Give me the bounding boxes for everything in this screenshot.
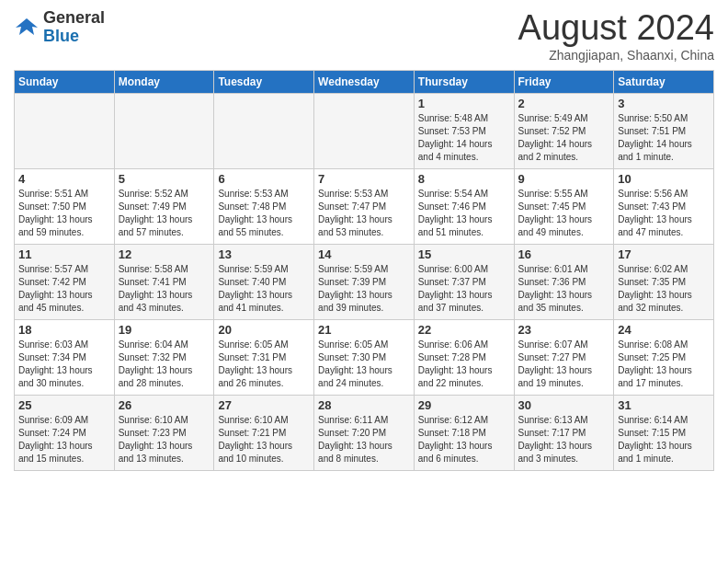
calendar-cell: 6Sunrise: 5:53 AM Sunset: 7:48 PM Daylig… [214,168,314,244]
day-number: 11 [18,247,110,261]
calendar-cell: 29Sunrise: 6:12 AM Sunset: 7:18 PM Dayli… [414,395,514,470]
calendar-cell: 26Sunrise: 6:10 AM Sunset: 7:23 PM Dayli… [114,395,214,470]
calendar-cell: 8Sunrise: 5:54 AM Sunset: 7:46 PM Daylig… [414,168,514,244]
calendar-cell: 5Sunrise: 5:52 AM Sunset: 7:49 PM Daylig… [114,168,214,244]
day-info: Sunrise: 5:59 AM Sunset: 7:40 PM Dayligh… [218,263,310,315]
weekday-header-thursday: Thursday [414,70,514,93]
calendar-week-row: 25Sunrise: 6:09 AM Sunset: 7:24 PM Dayli… [15,395,714,470]
calendar-week-row: 18Sunrise: 6:03 AM Sunset: 7:34 PM Dayli… [15,319,714,395]
day-number: 1 [418,97,510,110]
day-number: 28 [318,398,410,412]
day-number: 31 [618,398,710,412]
calendar-cell: 25Sunrise: 6:09 AM Sunset: 7:24 PM Dayli… [15,395,115,470]
calendar-header-row: SundayMondayTuesdayWednesdayThursdayFrid… [15,70,714,93]
calendar-cell: 1Sunrise: 5:48 AM Sunset: 7:53 PM Daylig… [414,93,514,168]
calendar-cell: 3Sunrise: 5:50 AM Sunset: 7:51 PM Daylig… [614,93,714,168]
day-number: 6 [218,172,310,186]
calendar-cell [214,93,314,168]
day-info: Sunrise: 6:02 AM Sunset: 7:35 PM Dayligh… [618,263,710,315]
day-info: Sunrise: 5:48 AM Sunset: 7:53 PM Dayligh… [418,112,510,164]
day-info: Sunrise: 5:49 AM Sunset: 7:52 PM Dayligh… [518,112,610,164]
day-number: 7 [318,172,410,186]
calendar-cell: 19Sunrise: 6:04 AM Sunset: 7:32 PM Dayli… [114,319,214,395]
day-info: Sunrise: 5:51 AM Sunset: 7:50 PM Dayligh… [18,188,110,239]
day-info: Sunrise: 5:56 AM Sunset: 7:43 PM Dayligh… [618,188,710,239]
day-number: 22 [418,323,510,337]
day-info: Sunrise: 5:53 AM Sunset: 7:48 PM Dayligh… [218,188,310,239]
day-number: 29 [418,398,510,412]
logo-general: General [43,8,105,27]
weekday-header-wednesday: Wednesday [314,70,415,93]
logo: General Blue [14,9,105,46]
day-info: Sunrise: 5:50 AM Sunset: 7:51 PM Dayligh… [618,112,710,164]
calendar-cell: 20Sunrise: 6:05 AM Sunset: 7:31 PM Dayli… [214,319,314,395]
day-number: 17 [618,247,710,261]
day-number: 14 [318,247,410,261]
day-number: 10 [618,172,710,186]
day-info: Sunrise: 5:53 AM Sunset: 7:47 PM Dayligh… [318,188,410,239]
day-number: 16 [518,247,610,261]
weekday-header-friday: Friday [514,70,614,93]
day-number: 20 [218,323,310,337]
day-number: 9 [518,172,610,186]
day-info: Sunrise: 6:09 AM Sunset: 7:24 PM Dayligh… [18,414,110,465]
calendar-cell: 12Sunrise: 5:58 AM Sunset: 7:41 PM Dayli… [114,244,214,319]
calendar-cell: 14Sunrise: 5:59 AM Sunset: 7:39 PM Dayli… [314,244,415,319]
day-info: Sunrise: 6:11 AM Sunset: 7:20 PM Dayligh… [318,414,410,465]
day-number: 23 [518,323,610,337]
logo-bird-icon [14,15,40,40]
day-number: 21 [318,323,410,337]
day-info: Sunrise: 6:01 AM Sunset: 7:36 PM Dayligh… [518,263,610,315]
day-number: 27 [218,398,310,412]
calendar-cell: 2Sunrise: 5:49 AM Sunset: 7:52 PM Daylig… [514,93,614,168]
weekday-header-monday: Monday [114,70,214,93]
calendar-cell: 9Sunrise: 5:55 AM Sunset: 7:45 PM Daylig… [514,168,614,244]
day-info: Sunrise: 6:05 AM Sunset: 7:31 PM Dayligh… [218,339,310,390]
day-number: 3 [618,97,710,110]
day-info: Sunrise: 6:08 AM Sunset: 7:25 PM Dayligh… [618,339,710,390]
calendar-cell: 4Sunrise: 5:51 AM Sunset: 7:50 PM Daylig… [15,168,115,244]
day-info: Sunrise: 6:06 AM Sunset: 7:28 PM Dayligh… [418,339,510,390]
location-subtitle: Zhangjiapan, Shaanxi, China [518,48,714,63]
logo-text: General Blue [43,9,105,46]
calendar-cell: 15Sunrise: 6:00 AM Sunset: 7:37 PM Dayli… [414,244,514,319]
day-info: Sunrise: 6:13 AM Sunset: 7:17 PM Dayligh… [518,414,610,465]
calendar-cell: 10Sunrise: 5:56 AM Sunset: 7:43 PM Dayli… [614,168,714,244]
day-info: Sunrise: 6:00 AM Sunset: 7:37 PM Dayligh… [418,263,510,315]
calendar-week-row: 1Sunrise: 5:48 AM Sunset: 7:53 PM Daylig… [15,93,714,168]
month-title: August 2024 [518,9,714,48]
calendar-week-row: 4Sunrise: 5:51 AM Sunset: 7:50 PM Daylig… [15,168,714,244]
calendar-cell [314,93,415,168]
day-number: 15 [418,247,510,261]
calendar-cell: 28Sunrise: 6:11 AM Sunset: 7:20 PM Dayli… [314,395,415,470]
calendar-cell [15,93,115,168]
day-info: Sunrise: 6:04 AM Sunset: 7:32 PM Dayligh… [119,339,210,390]
calendar-table: SundayMondayTuesdayWednesdayThursdayFrid… [14,70,714,471]
day-info: Sunrise: 6:14 AM Sunset: 7:15 PM Dayligh… [618,414,710,465]
svg-marker-0 [16,18,38,35]
calendar-cell: 11Sunrise: 5:57 AM Sunset: 7:42 PM Dayli… [15,244,115,319]
day-info: Sunrise: 6:12 AM Sunset: 7:18 PM Dayligh… [418,414,510,465]
day-info: Sunrise: 6:03 AM Sunset: 7:34 PM Dayligh… [18,339,110,390]
calendar-cell: 18Sunrise: 6:03 AM Sunset: 7:34 PM Dayli… [15,319,115,395]
day-info: Sunrise: 6:07 AM Sunset: 7:27 PM Dayligh… [518,339,610,390]
calendar-cell: 31Sunrise: 6:14 AM Sunset: 7:15 PM Dayli… [614,395,714,470]
calendar-cell: 30Sunrise: 6:13 AM Sunset: 7:17 PM Dayli… [514,395,614,470]
calendar-cell: 17Sunrise: 6:02 AM Sunset: 7:35 PM Dayli… [614,244,714,319]
logo-blue: Blue [43,27,79,45]
weekday-header-sunday: Sunday [15,70,115,93]
day-info: Sunrise: 6:05 AM Sunset: 7:30 PM Dayligh… [318,339,410,390]
day-info: Sunrise: 5:54 AM Sunset: 7:46 PM Dayligh… [418,188,510,239]
day-number: 2 [518,97,610,110]
day-info: Sunrise: 5:52 AM Sunset: 7:49 PM Dayligh… [119,188,210,239]
day-number: 24 [618,323,710,337]
weekday-header-saturday: Saturday [614,70,714,93]
calendar-cell: 13Sunrise: 5:59 AM Sunset: 7:40 PM Dayli… [214,244,314,319]
calendar-cell: 24Sunrise: 6:08 AM Sunset: 7:25 PM Dayli… [614,319,714,395]
calendar-cell: 16Sunrise: 6:01 AM Sunset: 7:36 PM Dayli… [514,244,614,319]
day-info: Sunrise: 5:59 AM Sunset: 7:39 PM Dayligh… [318,263,410,315]
day-info: Sunrise: 5:57 AM Sunset: 7:42 PM Dayligh… [18,263,110,315]
calendar-cell [114,93,214,168]
day-info: Sunrise: 6:10 AM Sunset: 7:21 PM Dayligh… [218,414,310,465]
day-number: 13 [218,247,310,261]
